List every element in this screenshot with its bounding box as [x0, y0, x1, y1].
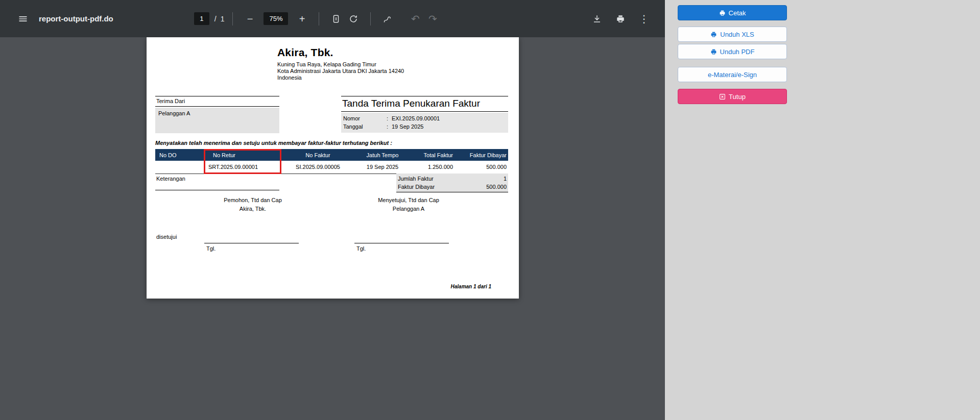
- pdf-content-area: Akira, Tbk. Kuning Tua Raya, Kelapa Gadi…: [0, 37, 665, 420]
- header-no-faktur: No Faktur: [281, 149, 354, 161]
- fit-to-page-icon[interactable]: [327, 10, 345, 28]
- menu-icon[interactable]: [14, 10, 32, 28]
- keterangan-label: Keterangan: [156, 176, 185, 182]
- cell-faktur-dibayar: 500.000: [459, 161, 508, 174]
- cell-total-faktur: 1.250.000: [411, 161, 459, 174]
- page-number-input[interactable]: [194, 12, 209, 25]
- printer-icon: [719, 10, 726, 16]
- tanggal-label: Tanggal: [343, 123, 387, 130]
- receipt-title: Tanda Terima Penukaran Faktur: [341, 96, 508, 112]
- page-divider: /: [214, 15, 217, 23]
- header-jatuh-tempo: Jatuh Tempo: [354, 149, 411, 161]
- document-info-box: Nomor : EXI.2025.09.00001 Tanggal : 19 S…: [341, 113, 508, 133]
- header-no-do: No DO: [155, 149, 204, 161]
- address-line: Kota Administrasi Jakarta Utara DKI Jaka…: [277, 68, 441, 75]
- unduh-pdf-button[interactable]: Unduh PDF: [678, 44, 787, 59]
- tutup-label: Tutup: [729, 93, 746, 101]
- company-name: Akira, Tbk.: [277, 46, 441, 59]
- cetak-label: Cetak: [729, 9, 746, 17]
- cell-jatuh-tempo: 19 Sep 2025: [354, 161, 411, 174]
- download-icon[interactable]: [588, 10, 606, 28]
- faktur-dibayar-row: Faktur Dibayar 500.000: [396, 183, 508, 191]
- approved-label: disetujui: [156, 234, 177, 240]
- toolbar-right-controls: ⋮: [588, 10, 653, 28]
- invoice-table: No DO No Retur No Faktur Jatuh Tempo Tot…: [155, 149, 508, 174]
- tanggal-row: Tanggal : 19 Sep 2025: [343, 122, 506, 131]
- e-materai-label: e-Materai/e-Sign: [708, 71, 757, 79]
- terima-dari-section: Terima Dari Pelanggan A: [155, 96, 279, 133]
- nomor-row: Nomor : EXI.2025.09.00001: [343, 114, 506, 122]
- signature-line-left: Tgl.: [204, 243, 299, 252]
- address-line: Indonesia: [277, 75, 441, 81]
- print-icon[interactable]: [612, 10, 629, 28]
- close-box-icon: [719, 93, 726, 100]
- signature-line-right: Tgl.: [354, 243, 449, 252]
- zoom-level[interactable]: 75%: [264, 12, 288, 25]
- signature-right-name: Pelanggan A: [360, 205, 457, 213]
- document-title: report-output-pdf.do: [39, 14, 113, 23]
- header-no-retur: No Retur: [204, 149, 281, 161]
- rotate-icon[interactable]: [345, 10, 362, 28]
- document-title-section: Tanda Terima Penukaran Faktur Nomor : EX…: [341, 96, 508, 133]
- unduh-pdf-label: Unduh PDF: [720, 48, 755, 56]
- jumlah-faktur-value: 1: [504, 176, 507, 182]
- unduh-xls-label: Unduh XLS: [720, 31, 754, 38]
- table-row: SRT.2025.09.00001 SI.2025.09.00005 19 Se…: [155, 161, 508, 174]
- nomor-value: EXI.2025.09.00001: [392, 115, 440, 121]
- tanggal-value: 19 Sep 2025: [392, 123, 423, 130]
- toolbar-separator: [319, 12, 319, 26]
- company-address: Kuning Tua Raya, Kelapa Gading Timur Kot…: [277, 61, 441, 81]
- page-footer: Halaman 1 dari 1: [440, 284, 491, 289]
- signature-left: Pemohon, Ttd dan Cap Akira, Tbk.: [204, 196, 301, 213]
- tgl-label: Tgl.: [356, 245, 366, 252]
- header-faktur-dibayar: Faktur Dibayar: [459, 149, 508, 161]
- toolbar-separator: [232, 12, 233, 26]
- action-sidebar: Cetak Unduh XLS Unduh PDF e-Materai/e-Si…: [665, 0, 980, 420]
- undo-icon[interactable]: ↶: [407, 10, 424, 28]
- summary-box: Jumlah Faktur 1 Faktur Dibayar 500.000: [396, 174, 508, 192]
- e-materai-button[interactable]: e-Materai/e-Sign: [678, 67, 787, 82]
- company-header: Akira, Tbk. Kuning Tua Raya, Kelapa Gadi…: [277, 46, 441, 81]
- jumlah-faktur-row: Jumlah Faktur 1: [396, 175, 508, 183]
- zoom-out-button[interactable]: −: [241, 10, 258, 28]
- cell-no-retur: SRT.2025.09.00001: [204, 161, 281, 174]
- nomor-label: Nomor: [343, 115, 387, 121]
- jumlah-faktur-label: Jumlah Faktur: [398, 176, 434, 182]
- address-line: Kuning Tua Raya, Kelapa Gading Timur: [277, 61, 441, 68]
- faktur-dibayar-value: 500.000: [486, 184, 507, 190]
- colon: :: [387, 115, 392, 121]
- redo-icon[interactable]: ↷: [424, 10, 441, 28]
- signature-left-title: Pemohon, Ttd dan Cap: [204, 196, 301, 205]
- statement-text: Menyatakan telah menerima dan setuju unt…: [155, 140, 392, 146]
- unduh-xls-button[interactable]: Unduh XLS: [678, 27, 787, 42]
- zoom-in-button[interactable]: +: [293, 10, 310, 28]
- cell-no-faktur: SI.2025.09.00005: [281, 161, 354, 174]
- colon: :: [387, 123, 392, 130]
- printer-icon: [710, 31, 717, 38]
- annotate-pen-icon[interactable]: [379, 10, 396, 28]
- toolbar-separator: [370, 12, 371, 26]
- printer-icon: [710, 48, 717, 55]
- invoice-table-header: No DO No Retur No Faktur Jatuh Tempo Tot…: [155, 149, 508, 161]
- terima-dari-label: Terima Dari: [155, 96, 279, 107]
- tutup-button[interactable]: Tutup: [678, 89, 787, 104]
- signature-right: Menyetujui, Ttd dan Cap Pelanggan A: [360, 196, 457, 213]
- pdf-toolbar: report-output-pdf.do / 1 − 75% + ↶ ↷: [0, 0, 665, 37]
- page-total: 1: [221, 15, 225, 23]
- cetak-button[interactable]: Cetak: [678, 5, 787, 20]
- pdf-viewer: report-output-pdf.do / 1 − 75% + ↶ ↷: [0, 0, 665, 420]
- signature-right-title: Menyetujui, Ttd dan Cap: [360, 196, 457, 205]
- header-total-faktur: Total Faktur: [411, 149, 459, 161]
- pdf-page: Akira, Tbk. Kuning Tua Raya, Kelapa Gadi…: [147, 37, 519, 299]
- signature-left-name: Akira, Tbk.: [204, 205, 301, 213]
- more-options-icon[interactable]: ⋮: [635, 10, 653, 28]
- terima-dari-value: Pelanggan A: [155, 108, 279, 133]
- keterangan-section: Keterangan: [155, 175, 279, 190]
- cell-no-do: [155, 161, 204, 174]
- faktur-dibayar-label: Faktur Dibayar: [398, 184, 435, 190]
- tgl-label: Tgl.: [206, 245, 216, 252]
- toolbar-center-controls: / 1 − 75% + ↶ ↷: [194, 10, 442, 28]
